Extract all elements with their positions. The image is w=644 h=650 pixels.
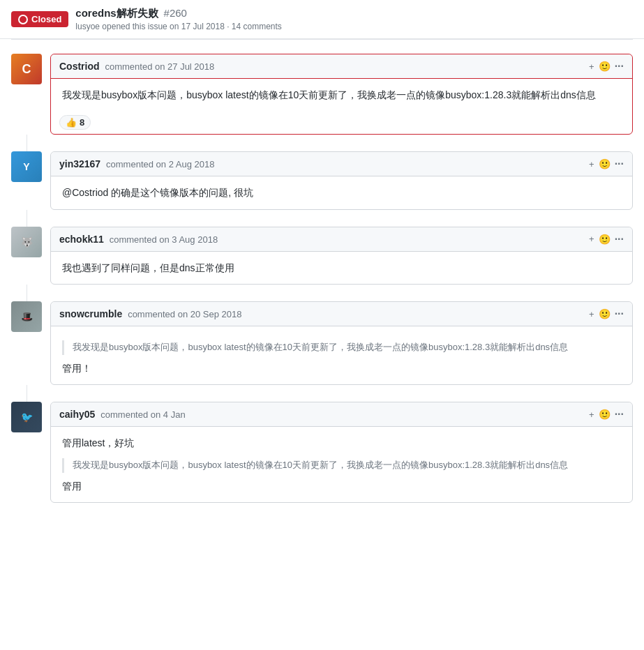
issue-title-area: coredns解析失败 #260 lusyoe opened this issu… xyxy=(75,7,282,31)
connector-line xyxy=(27,210,633,227)
comment-block: C Costriod commented on 27 Jul 2018 + 🙂 … xyxy=(11,54,633,135)
comment-header: yin32167 commented on 2 Aug 2018 + 🙂 ··· xyxy=(51,152,632,176)
comment-actions: + 🙂 ··· xyxy=(589,308,624,320)
comment-date: commented on 3 Aug 2018 xyxy=(110,234,218,245)
issue-title: coredns解析失败 #260 xyxy=(75,7,282,20)
add-reaction-button[interactable]: + xyxy=(589,159,594,169)
reaction-count: 8 xyxy=(80,117,84,128)
comment-author: Costriod xyxy=(59,61,100,72)
avatar: 🐺 xyxy=(11,227,42,257)
comment-author: snowcrumble xyxy=(59,308,122,319)
comment-actions: + 🙂 ··· xyxy=(589,233,624,245)
add-reaction-button[interactable]: + xyxy=(589,409,594,420)
issue-title-text: coredns解析失败 xyxy=(75,7,158,19)
closed-label: Closed xyxy=(31,14,61,24)
comment-body: 我发现是busybox版本问题，busybox latest的镜像在10天前更新… xyxy=(51,326,632,384)
quoted-text: 我发现是busybox版本问题，busybox latest的镜像在10天前更新… xyxy=(62,340,621,355)
comment-text: 我发现是busybox版本问题，busybox latest的镜像在10天前更新… xyxy=(62,89,596,100)
connector-line xyxy=(27,285,633,301)
more-options-button[interactable]: ··· xyxy=(615,408,624,421)
comment-container: echokk11 commented on 3 Aug 2018 + 🙂 ···… xyxy=(50,227,633,285)
thumbsup-emoji: 👍 xyxy=(66,117,77,128)
top-separator xyxy=(11,39,633,40)
comment-header: caihy05 commented on 4 Jan + 🙂 ··· xyxy=(51,402,632,427)
comment-author-area: Costriod commented on 27 Jul 2018 xyxy=(59,61,214,72)
add-reaction-button[interactable]: + xyxy=(589,61,594,72)
comment-date: commented on 4 Jan xyxy=(100,409,185,420)
comment-author-area: yin32167 commented on 2 Aug 2018 xyxy=(59,158,214,169)
comment-container: caihy05 commented on 4 Jan + 🙂 ··· 管用lat… xyxy=(50,402,633,503)
avatar: 🎩 xyxy=(11,301,42,332)
emoji-button[interactable]: 🙂 xyxy=(599,61,611,72)
comment-container: snowcrumble commented on 20 Sep 2018 + 🙂… xyxy=(50,301,633,385)
comment-block: 🐦 caihy05 commented on 4 Jan + 🙂 ··· 管用l… xyxy=(11,402,633,503)
comment-actions: + 🙂 ··· xyxy=(589,408,624,421)
comment-author: yin32167 xyxy=(59,158,100,169)
issue-header: Closed coredns解析失败 #260 lusyoe opened th… xyxy=(0,0,644,39)
connector-line xyxy=(27,385,633,402)
avatar: 🐦 xyxy=(11,402,42,432)
more-options-button[interactable]: ··· xyxy=(615,308,624,320)
comment-header: snowcrumble commented on 20 Sep 2018 + 🙂… xyxy=(51,302,632,326)
connector-line xyxy=(27,135,633,151)
comment-author-area: caihy05 commented on 4 Jan xyxy=(59,409,186,420)
comment-block: 🎩 snowcrumble commented on 20 Sep 2018 +… xyxy=(11,301,633,385)
comment-text-post: 管用 xyxy=(62,478,621,494)
comment-text: 管用！ xyxy=(62,361,621,376)
emoji-button[interactable]: 🙂 xyxy=(599,308,611,319)
emoji-button[interactable]: 🙂 xyxy=(599,234,611,245)
comment-date: commented on 20 Sep 2018 xyxy=(128,309,241,319)
emoji-button[interactable]: 🙂 xyxy=(599,409,611,420)
comments-area: C Costriod commented on 27 Jul 2018 + 🙂 … xyxy=(0,54,644,503)
comment-body: @Costriod 的确是这个镜像版本的问题, 很坑 xyxy=(51,176,632,209)
issue-meta: lusyoe opened this issue on 17 Jul 2018 … xyxy=(75,22,282,31)
more-options-button[interactable]: ··· xyxy=(615,233,624,245)
thumbsup-reaction[interactable]: 👍 8 xyxy=(59,115,91,130)
comment-header: Costriod commented on 27 Jul 2018 + 🙂 ··… xyxy=(51,54,632,79)
comment-date: commented on 27 Jul 2018 xyxy=(105,61,214,72)
add-reaction-button[interactable]: + xyxy=(589,234,594,244)
comment-body: 我也遇到了同样问题，但是dns正常使用 xyxy=(51,252,632,284)
comment-date: commented on 2 Aug 2018 xyxy=(106,159,214,169)
comment-container: yin32167 commented on 2 Aug 2018 + 🙂 ···… xyxy=(50,151,633,209)
comment-body: 管用latest，好坑 我发现是busybox版本问题，busybox late… xyxy=(51,427,632,502)
comment-reaction-area: 👍 8 xyxy=(51,111,632,134)
comment-body: 我发现是busybox版本问题，busybox latest的镜像在10天前更新… xyxy=(51,79,632,111)
comment-text: 我也遇到了同样问题，但是dns正常使用 xyxy=(62,262,234,273)
comment-actions: + 🙂 ··· xyxy=(589,60,624,73)
comment-header: echokk11 commented on 3 Aug 2018 + 🙂 ··· xyxy=(51,227,632,252)
closed-icon xyxy=(18,15,28,24)
comment-author-area: snowcrumble commented on 20 Sep 2018 xyxy=(59,308,241,319)
comment-actions: + 🙂 ··· xyxy=(589,158,624,170)
add-reaction-button[interactable]: + xyxy=(589,309,594,319)
more-options-button[interactable]: ··· xyxy=(615,158,624,170)
comment-text: @Costriod 的确是这个镜像版本的问题, 很坑 xyxy=(62,187,253,198)
comment-container: Costriod commented on 27 Jul 2018 + 🙂 ··… xyxy=(50,54,633,135)
comment-author-area: echokk11 commented on 3 Aug 2018 xyxy=(59,234,218,245)
more-options-button[interactable]: ··· xyxy=(615,60,624,73)
comment-author: caihy05 xyxy=(59,409,95,420)
emoji-button[interactable]: 🙂 xyxy=(599,158,611,169)
quoted-text: 我发现是busybox版本问题，busybox latest的镜像在10天前更新… xyxy=(62,458,621,473)
issue-number: #260 xyxy=(164,7,187,19)
closed-badge: Closed xyxy=(11,11,68,27)
comment-text-pre: 管用latest，好坑 xyxy=(62,435,621,451)
comment-block: 🐺 echokk11 commented on 3 Aug 2018 + 🙂 ·… xyxy=(11,227,633,285)
comment-author: echokk11 xyxy=(59,234,104,245)
avatar: Y xyxy=(11,151,42,182)
comment-block: Y yin32167 commented on 2 Aug 2018 + 🙂 ·… xyxy=(11,151,633,209)
avatar: C xyxy=(11,54,42,84)
